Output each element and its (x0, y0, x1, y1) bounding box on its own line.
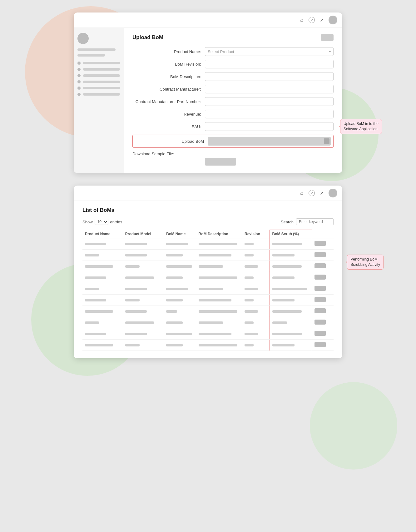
table-wrapper: Product Name Product Model BoM Name BoM … (82, 230, 334, 351)
bg-circle-bottom-right (310, 382, 397, 470)
input-bom-description[interactable] (205, 72, 334, 81)
home-icon-2[interactable]: ⌂ (299, 190, 305, 196)
user-avatar (329, 16, 337, 24)
table-row (82, 283, 334, 295)
upload-file-input[interactable] (208, 137, 331, 146)
table-row (82, 340, 334, 351)
table-header-row: Product Name Product Model BoM Name BoM … (82, 230, 334, 238)
show-label: Show (82, 220, 93, 224)
input-eau[interactable] (205, 122, 334, 131)
sidebar-dot (77, 74, 81, 77)
panel-action-button[interactable] (321, 34, 334, 41)
col-bom-scrub-header: BoM Scrub (%) (270, 230, 312, 238)
export-icon[interactable]: ↗ (319, 17, 325, 23)
col-actions-header (312, 230, 334, 238)
table-row (82, 328, 334, 340)
sidebar-item-4[interactable] (77, 80, 120, 83)
cell-action (312, 238, 334, 250)
sidebar-dot (77, 93, 81, 96)
field-bom-revision: BoM Revision: (132, 60, 334, 68)
table-row (82, 261, 334, 272)
sidebar-dot (77, 87, 81, 90)
cell-product-model (123, 238, 164, 250)
panel1-body: Upload BoM Product Name: Select Product … (74, 28, 342, 173)
sidebar-item-line (83, 68, 120, 71)
select-arrow-icon: ▾ (329, 50, 331, 53)
home-icon[interactable]: ⌂ (299, 17, 305, 23)
select-placeholder: Select Product (208, 49, 234, 54)
label-contract-manufacturer: Contract Manufacturer: (132, 87, 201, 92)
list-title: List of BoMs (82, 207, 334, 213)
sidebar-sub-line (77, 54, 105, 57)
table-row (82, 250, 334, 261)
entries-label: entries (110, 220, 122, 224)
sidebar-item-1[interactable] (77, 62, 120, 65)
bom-scrub-tooltip: Performing BoMScrubbing Activity (347, 255, 384, 270)
sidebar-item-5[interactable] (77, 87, 120, 90)
entries-select[interactable]: 10 25 50 (95, 219, 108, 225)
action-button[interactable] (314, 275, 326, 280)
table-row (82, 306, 334, 317)
input-contract-manufacturer[interactable] (205, 85, 334, 93)
upload-tooltip: Upload BoM in to theSoftware Application (340, 119, 382, 134)
action-button[interactable] (314, 331, 326, 336)
cell-product-name (82, 238, 123, 250)
sidebar-dot (77, 80, 81, 83)
input-revenue[interactable] (205, 110, 334, 118)
download-button[interactable] (205, 158, 236, 166)
action-button[interactable] (314, 308, 326, 313)
sidebar-dot (77, 62, 81, 65)
panel2-topbar: ⌂ ? ↗ (74, 186, 342, 201)
label-bom-description: BoM Description: (132, 74, 201, 79)
label-bom-revision: BoM Revision: (132, 62, 201, 67)
sidebar-item-3[interactable] (77, 74, 120, 77)
table-row (82, 317, 334, 328)
action-button[interactable] (314, 320, 326, 325)
field-eau: EAU: Upload BoM in to theSoftware Applic… (132, 122, 334, 131)
sidebar-item-2[interactable] (77, 68, 120, 71)
panel1-topbar: ⌂ ? ↗ (74, 12, 342, 28)
action-button[interactable] (314, 286, 326, 291)
help-icon[interactable]: ? (309, 17, 315, 23)
action-button[interactable] (314, 263, 326, 268)
panel2-body: List of BoMs Show 10 25 50 entries Searc… (74, 201, 342, 358)
col-product-model: Product Model (123, 230, 164, 238)
list-boms-panel: ⌂ ? ↗ List of BoMs Show 10 25 50 entries… (74, 186, 342, 358)
sidebar-item-6[interactable] (77, 93, 120, 96)
table-row (82, 295, 334, 306)
bom-table: Product Name Product Model BoM Name BoM … (82, 230, 334, 351)
sidebar-item-line (83, 93, 120, 96)
col-bom-description: BoM Description (196, 230, 242, 238)
label-product-name: Product Name: (132, 49, 201, 54)
export-icon-2[interactable]: ↗ (319, 190, 325, 196)
action-button[interactable] (314, 342, 326, 347)
panel1-title: Upload BoM (132, 34, 334, 41)
input-cm-part-number[interactable] (205, 97, 334, 106)
input-bom-revision[interactable] (205, 60, 334, 68)
action-button[interactable] (314, 241, 326, 246)
col-revision: Revision (242, 230, 270, 238)
field-cm-part-number: Contract Manufacturer Part Number: (132, 97, 334, 106)
select-product[interactable]: Select Product ▾ (205, 47, 334, 56)
label-download: Download Sample File: (132, 152, 334, 156)
upload-bom-panel: ⌂ ? ↗ (74, 12, 342, 173)
sidebar-name-line (77, 48, 116, 51)
cell-bom-scrub (270, 238, 312, 250)
sidebar-item-line (83, 62, 120, 64)
field-revenue: Revenue: (132, 110, 334, 118)
user-avatar-2 (329, 189, 337, 197)
col-product-name: Product Name (82, 230, 123, 238)
label-upload-bom: Upload BoM (135, 139, 204, 144)
sidebar (74, 28, 124, 173)
search-input[interactable] (296, 218, 334, 225)
action-button[interactable] (314, 297, 326, 302)
search-area: Search (281, 218, 334, 225)
col-bom-name: BoM Name (164, 230, 196, 238)
browse-button[interactable] (324, 138, 329, 144)
label-revenue: Revenue: (132, 112, 201, 117)
show-entries: Show 10 25 50 entries (82, 219, 122, 225)
help-icon-2[interactable]: ? (309, 190, 315, 196)
action-button[interactable] (314, 252, 326, 257)
sidebar-avatar (77, 33, 89, 44)
table-row (82, 272, 334, 283)
